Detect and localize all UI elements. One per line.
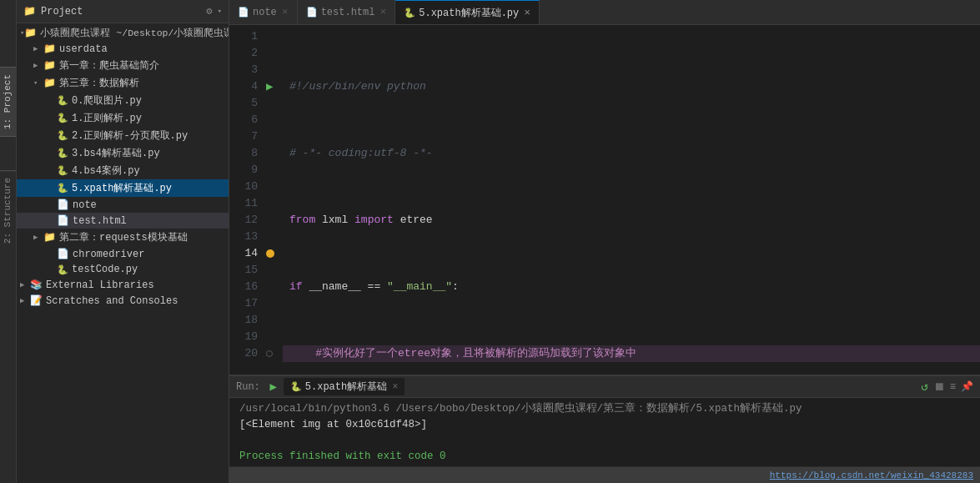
scratch-icon: 📝 [30, 294, 43, 307]
tree-item-2regex[interactable]: 🐍 2.正则解析-分页爬取.py [17, 127, 229, 144]
close-icon[interactable]: × [282, 6, 289, 18]
html-tab-icon: 📄 [306, 7, 318, 18]
tree-item-chromedriver[interactable]: 📄 chromedriver [17, 246, 229, 262]
tree-item-3bs4[interactable]: 🐍 3.bs4解析基础.py [17, 144, 229, 162]
rerun-icon[interactable]: ↺ [921, 380, 927, 394]
tree-label: 0.爬取图片.py [72, 93, 142, 108]
tab-testhtml[interactable]: 📄 test.html × [298, 0, 396, 24]
run-close-icon[interactable]: × [392, 381, 398, 393]
tree-label: External Libraries [46, 279, 154, 291]
tree-item-root[interactable]: ▾ 📁 小猿圈爬虫课程 ~/Desktop/小猿圈爬虫课程 [17, 25, 229, 41]
tree-item-userdata[interactable]: ▶ 📁 userdata [17, 41, 229, 57]
py-run-icon: 🐍 [290, 381, 302, 392]
tab-label: 5.xpath解析基础.py [419, 6, 519, 20]
py-icon: 🐍 [57, 165, 68, 176]
tree-label: userdata [59, 43, 108, 55]
tree-item-external[interactable]: ▶ 📚 External Libraries [17, 277, 229, 293]
run-tab-active[interactable]: 🐍 5.xpath解析基础 × [284, 378, 405, 395]
tree-label: test.html [73, 215, 127, 227]
tree-label: 小猿圈爬虫课程 ~/Desktop/小猿圈爬虫课程 [40, 27, 229, 39]
folder-icon: 📁 [43, 59, 56, 72]
arrow-icon: ▶ [33, 44, 43, 53]
run-panel: Run: ▶ 🐍 5.xpath解析基础 × ↺ ⏹ ≡ 📌 [229, 375, 980, 483]
tree-item-testcode[interactable]: 🐍 testCode.py [17, 262, 229, 277]
tab-xpath[interactable]: 🐍 5.xpath解析基础.py × [395, 0, 540, 24]
tab-note[interactable]: 📄 note × [229, 0, 298, 24]
arrow-icon: ▶ [20, 280, 30, 289]
stop-icon[interactable]: ⏹ [933, 380, 945, 394]
tree-label: 4.bs4案例.py [72, 164, 140, 178]
html-icon: 📄 [57, 214, 69, 227]
tree-label: testCode.py [72, 264, 138, 275]
terminal-line-2: [<Element img at 0x10c61df48>] [239, 417, 970, 433]
project-header: 📁 Project ⚙ ▾ [17, 0, 229, 23]
tab-label: test.html [321, 7, 375, 18]
terminal-line-1: /usr/local/bin/python3.6 /Users/bobo/Des… [239, 401, 970, 417]
code-line-2: # -*- coding:utf-8 -*- [283, 145, 980, 162]
tree-label: 第二章：requests模块基础 [59, 230, 188, 244]
tree-item-1regex[interactable]: 🐍 1.正则解析.py [17, 109, 229, 127]
tree-item-5xpath[interactable]: 🐍 5.xpath解析基础.py [17, 179, 229, 197]
tree-item-ch3[interactable]: ▾ 📁 第三章：数据解析 [17, 74, 229, 92]
file-icon: 📄 [57, 248, 69, 260]
code-line-5: #实例化好了一个etree对象，且将被解析的源码加载到了该对象中 [283, 345, 980, 362]
tree-item-note[interactable]: 📄 note [17, 197, 229, 213]
status-url: https://blog.csdn.net/weixin_43428283 [770, 470, 973, 480]
tree-label: note [73, 199, 97, 211]
py-tab-icon: 🐍 [404, 8, 415, 18]
terminal-line-3 [239, 433, 970, 449]
terminal-line-4: Process finished with exit code 0 [239, 449, 970, 465]
folder-icon: 📁 [43, 231, 56, 244]
tree-label: 1.正则解析.py [72, 111, 142, 125]
status-bar: https://blog.csdn.net/weixin_43428283 [229, 466, 980, 483]
tree-item-ch1[interactable]: ▶ 📁 第一章：爬虫基础简介 [17, 57, 229, 74]
folder-icon: 📁 [43, 77, 56, 89]
tab-label: note [253, 7, 277, 18]
py-icon: 🐍 [57, 183, 68, 194]
tree-label: 2.正则解析-分页爬取.py [72, 128, 188, 143]
close-icon[interactable]: × [524, 7, 530, 19]
project-side-tab[interactable]: 1: Project [0, 67, 16, 137]
expand-icon[interactable]: ▾ [218, 7, 222, 16]
arrow-icon: ▶ [33, 61, 43, 70]
tab-bar: 📄 note × 📄 test.html × 🐍 5.xpath解析基础.py … [229, 0, 980, 25]
tree-label: Scratches and Consoles [46, 295, 178, 307]
py-icon: 🐍 [57, 148, 68, 158]
tree-label: chromedriver [73, 249, 144, 260]
folder-icon: 📁 [43, 43, 56, 55]
pin-icon[interactable]: 📌 [961, 380, 973, 393]
tree-item-0crawl[interactable]: 🐍 0.爬取图片.py [17, 92, 229, 109]
close-icon[interactable]: × [379, 6, 386, 18]
note-tab-icon: 📄 [238, 7, 249, 18]
settings2-icon[interactable]: ≡ [950, 381, 956, 393]
arrow-icon: ▶ [20, 296, 30, 305]
run-label: Run: [236, 381, 260, 393]
project-tree: ▾ 📁 小猿圈爬虫课程 ~/Desktop/小猿圈爬虫课程 ▶ 📁 userda… [17, 23, 229, 483]
structure-side-tab[interactable]: 2: Structure [0, 170, 16, 250]
tree-item-ch2[interactable]: ▶ 📁 第二章：requests模块基础 [17, 229, 229, 246]
tree-item-4bs4[interactable]: 🐍 4.bs4案例.py [17, 162, 229, 179]
tree-item-scratches[interactable]: ▶ 📝 Scratches and Consoles [17, 293, 229, 309]
terminal-output: /usr/local/bin/python3.6 /Users/bobo/Des… [229, 398, 980, 466]
settings-icon[interactable]: ⚙ [206, 5, 212, 18]
libs-icon: 📚 [30, 279, 43, 291]
tree-item-testhtml[interactable]: 📄 test.html [17, 213, 229, 229]
line-numbers: 1 2 3 4 5 6 7 8 9 10 11 12 13 14 15 16 1 [229, 25, 264, 375]
folder-icon: 📁 [23, 5, 36, 18]
code-text[interactable]: #!/usr/bin/env python # -*- coding:utf-8… [283, 25, 980, 375]
code-editor[interactable]: 1 2 3 4 5 6 7 8 9 10 11 12 13 14 15 16 1 [229, 25, 980, 375]
py-icon: 🐍 [57, 264, 68, 275]
arrow-icon: ▶ [33, 233, 43, 242]
yellow-dot-indicator [266, 249, 274, 258]
note-icon: 📄 [57, 199, 69, 211]
play-icon[interactable]: ▶ [270, 380, 277, 394]
py-icon: 🐍 [57, 130, 68, 141]
run-play-btn[interactable]: ▶ [267, 380, 280, 394]
code-line-1: #!/usr/bin/env python [283, 78, 980, 95]
py-icon: 🐍 [57, 113, 68, 123]
run-tab-bar: Run: ▶ 🐍 5.xpath解析基础 × ↺ ⏹ ≡ 📌 [229, 376, 980, 398]
project-panel: 📁 Project ⚙ ▾ ▾ 📁 小猿圈爬虫课程 ~/Desktop/小猿圈爬… [17, 0, 229, 483]
folder-icon: 📁 [24, 27, 37, 39]
run-arrow-icon[interactable]: ▶ [266, 78, 273, 95]
editor-main: 📄 note × 📄 test.html × 🐍 5.xpath解析基础.py … [229, 0, 980, 483]
